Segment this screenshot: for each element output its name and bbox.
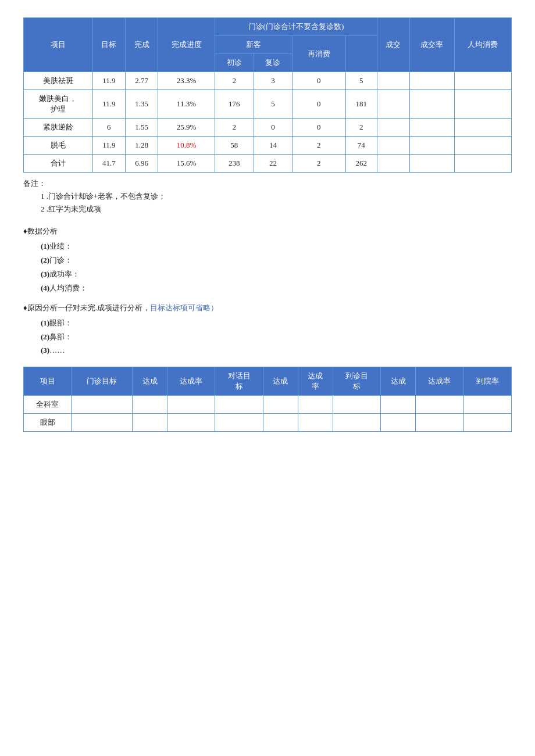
header-revisit: 复诊 [254, 54, 293, 72]
table2-cell [416, 396, 463, 414]
row-initial: 176 [215, 90, 254, 119]
analysis-section: ♦数据分析 (1)业绩：(2)门诊：(3)成功率：(4)人均消费： [23, 226, 512, 293]
row-repeat: 2 [293, 137, 345, 155]
row-deal [377, 90, 409, 119]
row-done: 1.35 [125, 90, 158, 119]
analysis-title: ♦数据分析 [23, 226, 512, 237]
row-name: 嫩肤美白，护理 [24, 90, 93, 119]
main-table: 项目 目标 完成 完成进度 门诊(门诊合计不要含复诊数) 成交 成交率 人均消费… [23, 17, 512, 173]
row-deal [377, 72, 409, 90]
row-initial: 2 [215, 72, 254, 90]
row-progress: 10.8% [158, 137, 215, 155]
header-initial: 初诊 [215, 54, 254, 72]
header-per-person: 人均消费 [454, 18, 511, 72]
table2-header-cell: 达成率 [416, 367, 463, 396]
table2-header-cell: 对话目标 [215, 367, 263, 396]
table2-cell [72, 396, 133, 414]
table2-cell [298, 414, 333, 432]
table2-cell [463, 396, 511, 414]
note-item-1: 1 .门诊合计却诊+老客，不包含复诊； [41, 191, 512, 202]
row-name: 脱毛 [24, 137, 93, 155]
row-per-person [454, 155, 511, 173]
table2-header-cell: 达成 [133, 367, 167, 396]
table2-cell [333, 396, 380, 414]
row-deal-rate [409, 155, 454, 173]
row-repeat: 0 [293, 119, 345, 137]
header-project: 项目 [24, 18, 93, 72]
analysis-item: (1)业绩： [41, 241, 512, 252]
note-item-2: 2 .红字为未完成项 [41, 204, 512, 214]
row-done: 2.77 [125, 72, 158, 90]
table2-cell [463, 414, 511, 432]
table2-cell [381, 414, 416, 432]
row-target: 11.9 [92, 137, 125, 155]
table2-header-cell: 项目 [24, 367, 72, 396]
header-progress: 完成进度 [158, 18, 215, 72]
row-name: 美肤祛斑 [24, 72, 93, 90]
row-revisit: 3 [254, 72, 293, 90]
row-revisit: 22 [254, 155, 293, 173]
row-target: 11.9 [92, 90, 125, 119]
row-progress: 15.6% [158, 155, 215, 173]
header-col-total [345, 36, 377, 72]
row-progress: 25.9% [158, 119, 215, 137]
cause-item: (2)鼻部： [41, 332, 512, 342]
cause-item: (1)眼部： [41, 318, 512, 328]
cause-section: ♦原因分析一仔对未完.成项进行分析，目标达标项可省略） (1)眼部：(2)鼻部：… [23, 303, 512, 355]
row-repeat: 0 [293, 90, 345, 119]
table2-container: 项目门诊目标达成达成率对话目标达成达成率到诊目标达成达成率到院率 全科室眼部 [23, 367, 512, 432]
table2-header-cell: 到诊目标 [333, 367, 380, 396]
row-target: 41.7 [92, 155, 125, 173]
header-new-client: 新客 [215, 36, 293, 54]
row-revisit: 14 [254, 137, 293, 155]
row-repeat: 2 [293, 155, 345, 173]
notes-title: 备注： [23, 178, 512, 189]
row-subtotal: 181 [345, 90, 377, 119]
table2-cell [167, 396, 215, 414]
row-done: 1.28 [125, 137, 158, 155]
table2-cell [263, 414, 298, 432]
table2-header-cell: 达成率 [167, 367, 215, 396]
table2-header-cell: 门诊目标 [72, 367, 133, 396]
row-revisit: 5 [254, 90, 293, 119]
row-initial: 58 [215, 137, 254, 155]
analysis-item: (2)门诊： [41, 255, 512, 266]
header-target: 目标 [92, 18, 125, 72]
table2: 项目门诊目标达成达成率对话目标达成达成率到诊目标达成达成率到院率 全科室眼部 [23, 367, 512, 432]
row-deal [377, 155, 409, 173]
table2-cell [381, 396, 416, 414]
row-deal-rate [409, 90, 454, 119]
row-name: 合计 [24, 155, 93, 173]
row-per-person [454, 90, 511, 119]
row-per-person [454, 137, 511, 155]
table2-header-cell: 到院率 [463, 367, 511, 396]
header-deal-rate: 成交率 [409, 18, 454, 72]
row-done: 1.55 [125, 119, 158, 137]
table2-cell [298, 396, 333, 414]
row-progress: 23.3% [158, 72, 215, 90]
row-subtotal: 5 [345, 72, 377, 90]
table2-header-cell: 达成 [381, 367, 416, 396]
row-name: 紧肤逆龄 [24, 119, 93, 137]
row-repeat: 0 [293, 72, 345, 90]
row-revisit: 0 [254, 119, 293, 137]
table2-cell: 眼部 [24, 414, 72, 432]
cause-item: (3)…… [41, 346, 512, 355]
row-deal [377, 119, 409, 137]
table2-cell [416, 414, 463, 432]
row-deal [377, 137, 409, 155]
table2-cell [167, 414, 215, 432]
cause-title: ♦原因分析一仔对未完.成项进行分析，目标达标项可省略） [23, 303, 512, 313]
row-progress: 11.3% [158, 90, 215, 119]
table2-cell [72, 414, 133, 432]
table2-cell [133, 396, 167, 414]
row-subtotal: 2 [345, 119, 377, 137]
table2-cell [263, 396, 298, 414]
header-deal: 成交 [377, 18, 409, 72]
header-repeat-spend: 再消费 [293, 36, 345, 72]
row-done: 6.96 [125, 155, 158, 173]
table2-cell: 全科室 [24, 396, 72, 414]
notes-section: 备注： 1 .门诊合计却诊+老客，不包含复诊； 2 .红字为未完成项 [23, 178, 512, 214]
table2-cell [215, 396, 263, 414]
analysis-item: (3)成功率： [41, 269, 512, 280]
